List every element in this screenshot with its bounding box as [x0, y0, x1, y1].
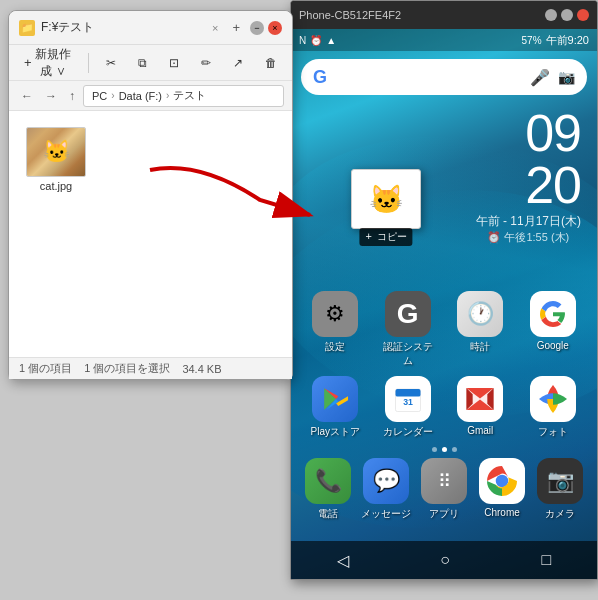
- share-button[interactable]: ↗: [226, 53, 250, 73]
- address-bar[interactable]: PC › Data (F:) › テスト: [83, 85, 284, 107]
- app-item-photos[interactable]: フォト: [524, 376, 582, 439]
- phone-screen: N ⏰ ▲ 57% 午前9:20 G 🎤 📷 0920 午前 - 11月17日(…: [291, 29, 597, 579]
- app-item-play[interactable]: Playストア: [306, 376, 364, 439]
- app-item-google[interactable]: Google: [524, 291, 582, 368]
- path-sep2: ›: [166, 90, 169, 101]
- calendar-icon: 31: [385, 376, 431, 422]
- phone-icon: 📞: [305, 458, 351, 504]
- app-item-auth[interactable]: G 認証システム: [379, 291, 437, 368]
- app-label-auth: 認証システム: [379, 340, 437, 368]
- paste-icon: ⊡: [169, 56, 179, 70]
- app-label-google: Google: [537, 340, 569, 351]
- gmail-icon: [457, 376, 503, 422]
- google-search-bar[interactable]: G 🎤 📷: [301, 59, 587, 95]
- item-count: 1 個の項目: [19, 361, 72, 376]
- path-folder: テスト: [173, 88, 206, 103]
- phone-maximize-button[interactable]: [561, 9, 573, 21]
- new-icon: +: [24, 55, 32, 70]
- clock-alarm: ⏰ 午後1:55 (木): [476, 230, 581, 245]
- new-button-label: 新規作成 ∨: [35, 46, 72, 80]
- google-app-icon: [530, 291, 576, 337]
- app-item-camera[interactable]: 📷 カメラ: [531, 458, 589, 521]
- app-label-message: メッセージ: [361, 507, 411, 521]
- drag-preview-cat: 🐱: [369, 183, 404, 216]
- camera-search-icon[interactable]: 📷: [558, 69, 575, 85]
- cut-button[interactable]: ✂: [99, 53, 123, 73]
- app-item-gmail[interactable]: Gmail: [451, 376, 509, 439]
- page-dot-2: [442, 447, 447, 452]
- app-item-chrome[interactable]: Chrome: [473, 458, 531, 521]
- app-label-gmail: Gmail: [467, 425, 493, 436]
- rename-button[interactable]: ✏: [194, 53, 218, 73]
- delete-button[interactable]: 🗑: [258, 53, 284, 73]
- file-thumbnail: [26, 127, 86, 177]
- app-item-message[interactable]: 💬 メッセージ: [357, 458, 415, 521]
- copy-button[interactable]: ⧉: [131, 53, 154, 73]
- battery-percent: 57%: [522, 35, 542, 46]
- page-dot-3: [452, 447, 457, 452]
- status-left: N ⏰ ▲: [299, 35, 336, 46]
- status-time: 午前9:20: [546, 33, 589, 48]
- app-row-3: 📞 電話 💬 メッセージ ⠿ アプリ: [299, 458, 589, 521]
- up-nav-button[interactable]: ↑: [65, 87, 79, 105]
- photos-icon: [530, 376, 576, 422]
- status-right: 57% 午前9:20: [522, 33, 589, 48]
- new-button[interactable]: + 新規作成 ∨: [17, 43, 78, 83]
- settings-icon: ⚙: [312, 291, 358, 337]
- path-pc: PC: [92, 90, 107, 102]
- back-nav-button[interactable]: ←: [17, 87, 37, 105]
- svg-point-6: [497, 476, 507, 486]
- clock-app-icon: 🕐: [457, 291, 503, 337]
- phone-clock: 0920 午前 - 11月17日(木) ⏰ 午後1:55 (木): [476, 107, 581, 245]
- rename-icon: ✏: [201, 56, 211, 70]
- svg-text:31: 31: [403, 397, 413, 407]
- nfc-icon: N: [299, 35, 306, 46]
- list-item[interactable]: cat.jpg: [21, 123, 91, 196]
- clock-date: 午前 - 11月17日(木): [476, 213, 581, 230]
- chrome-icon: [479, 458, 525, 504]
- svg-rect-2: [395, 389, 420, 397]
- page-dot-1: [432, 447, 437, 452]
- phone-title: Phone-CB512FE4F2: [299, 9, 539, 21]
- explorer-toolbar: + 新規作成 ∨ ✂ ⧉ ⊡ ✏ ↗ 🗑: [9, 45, 292, 81]
- google-logo: G: [313, 67, 327, 88]
- share-icon: ↗: [233, 56, 243, 70]
- new-tab-btn[interactable]: +: [228, 20, 244, 35]
- cut-icon: ✂: [106, 56, 116, 70]
- microphone-icon[interactable]: 🎤: [530, 68, 550, 87]
- paste-button[interactable]: ⊡: [162, 53, 186, 73]
- page-dots: [299, 447, 589, 452]
- copy-tooltip: + コピー: [359, 228, 412, 246]
- tab-close-area: ×: [212, 22, 218, 34]
- copy-label: コピー: [377, 231, 407, 242]
- window-controls: − ×: [250, 21, 282, 35]
- address-bar-container: ← → ↑ PC › Data (F:) › テスト: [9, 81, 292, 111]
- minimize-button[interactable]: −: [250, 21, 264, 35]
- app-item-apps[interactable]: ⠿ アプリ: [415, 458, 473, 521]
- phone-close-button[interactable]: [577, 9, 589, 21]
- android-statusbar: N ⏰ ▲ 57% 午前9:20: [291, 29, 597, 51]
- home-button[interactable]: ○: [428, 545, 462, 575]
- app-item-clock[interactable]: 🕐 時計: [451, 291, 509, 368]
- apps-icon: ⠿: [421, 458, 467, 504]
- selected-count: 1 個の項目を選択: [84, 361, 170, 376]
- close-button[interactable]: ×: [268, 21, 282, 35]
- app-label-camera: カメラ: [545, 507, 575, 521]
- phone-window-controls: [545, 9, 589, 21]
- delete-icon: 🗑: [265, 56, 277, 70]
- phone-minimize-button[interactable]: [545, 9, 557, 21]
- back-button[interactable]: ◁: [325, 545, 361, 576]
- explorer-title: F:¥テスト: [41, 19, 206, 36]
- file-grid: cat.jpg: [21, 123, 280, 196]
- app-item-calendar[interactable]: 31 カレンダー: [379, 376, 437, 439]
- folder-icon: 📁: [19, 20, 35, 36]
- app-label-settings: 設定: [325, 340, 345, 354]
- cat-image: [27, 128, 85, 176]
- app-label-photos: フォト: [538, 425, 568, 439]
- app-item-settings[interactable]: ⚙ 設定: [306, 291, 364, 368]
- explorer-content: cat.jpg: [9, 111, 292, 357]
- recents-button[interactable]: □: [530, 545, 564, 575]
- forward-nav-button[interactable]: →: [41, 87, 61, 105]
- play-store-icon: [312, 376, 358, 422]
- app-item-phone[interactable]: 📞 電話: [299, 458, 357, 521]
